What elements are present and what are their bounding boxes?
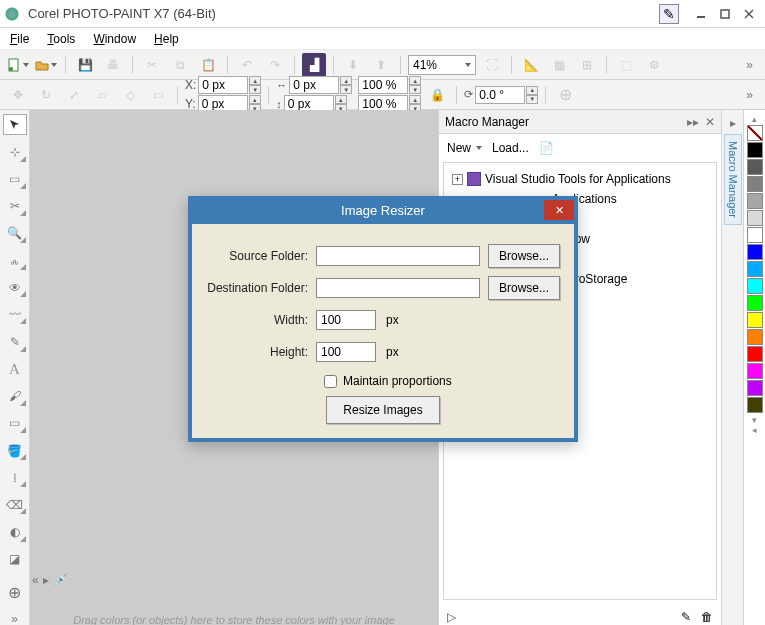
resize-images-button[interactable]: Resize Images [326,396,439,424]
color-swatch[interactable] [747,295,763,311]
color-swatch[interactable] [747,159,763,175]
undo-button[interactable]: ↶ [235,53,259,77]
close-button[interactable] [737,4,761,24]
macro-new-button[interactable]: New [447,141,471,155]
src-browse-button[interactable]: Browse... [488,244,560,268]
x-input[interactable] [198,76,248,94]
palette-up[interactable]: ▴ [752,114,757,124]
paint-tool[interactable]: 🖌 [3,386,27,407]
paste-button[interactable]: 📋 [196,53,220,77]
panel-header: Macro Manager ▸▸ ✕ [439,110,721,134]
macro-delete-button[interactable]: 🗑 [701,610,713,624]
panel-close-button[interactable]: ✕ [705,115,715,129]
doc-nav-play[interactable]: ▸ [43,573,49,587]
macro-run-button[interactable]: ▷ [447,610,456,624]
zoom-value: 41% [413,58,437,72]
macro-editor-icon[interactable]: 📄 [539,141,554,155]
macro-edit-button[interactable]: ✎ [681,610,691,624]
color-swatch[interactable] [747,193,763,209]
mask-tool[interactable]: ▭ [3,169,27,190]
snap-button[interactable]: ⬚ [614,53,638,77]
toolbar-overflow[interactable]: » [740,58,759,72]
dropshadow-tool[interactable]: ◪ [3,549,27,570]
zoom-tool[interactable]: 🔍 [3,223,27,244]
color-swatch[interactable] [747,312,763,328]
maintain-proportions-checkbox[interactable] [324,375,337,388]
lock-ratio-button[interactable]: 🔒 [425,83,449,107]
color-swatch[interactable] [747,278,763,294]
zoom-select[interactable]: 41% [408,55,476,75]
doc-nav-prev[interactable]: « [32,573,39,587]
color-swatch[interactable] [747,380,763,396]
effect-tool[interactable]: ✎ [3,331,27,352]
shape-tool[interactable]: ▭ [3,413,27,434]
pick-tool[interactable] [3,114,27,135]
add-button[interactable]: ⊕ [553,83,577,107]
dst-browse-button[interactable]: Browse... [488,276,560,300]
palette-down[interactable]: ▾ [752,415,757,425]
redeye-tool[interactable]: 👁 [3,277,27,298]
color-swatch[interactable] [747,329,763,345]
color-swatch[interactable] [747,397,763,413]
menu-window[interactable]: Window [93,32,136,46]
width-input[interactable] [316,310,376,330]
color-swatch[interactable] [747,363,763,379]
color-swatch[interactable] [747,346,763,362]
minimize-button[interactable] [689,4,713,24]
no-color-swatch[interactable] [747,125,763,141]
maximize-button[interactable] [713,4,737,24]
grid-button[interactable]: ▦ [547,53,571,77]
tree-expand-button[interactable]: + [452,174,463,185]
rotation-input[interactable] [475,86,525,104]
menu-tools[interactable]: Tools [47,32,75,46]
propbar-overflow[interactable]: » [740,88,759,102]
fill-tool[interactable]: 🪣 [3,440,27,461]
full-screen-button[interactable]: ⛶ [480,53,504,77]
options-button[interactable]: ⚙ [642,53,666,77]
macro-load-button[interactable]: Load... [492,141,529,155]
dialog-close-button[interactable]: ✕ [544,200,574,220]
copy-button[interactable]: ⧉ [168,53,192,77]
mask-rect-tool[interactable]: ⊹ [3,141,27,162]
color-swatch[interactable] [747,142,763,158]
palette-flyout[interactable]: ◂ [752,425,757,435]
cut-button[interactable]: ✂ [140,53,164,77]
distort-icon: ◇ [118,83,142,107]
sx-input[interactable] [358,76,408,94]
src-folder-input[interactable] [316,246,480,266]
save-button[interactable]: 💾 [73,53,97,77]
export-button[interactable]: ⬆ [369,53,393,77]
guides-button[interactable]: ⊞ [575,53,599,77]
text-tool[interactable]: A [3,359,27,380]
menu-help[interactable]: Help [154,32,179,46]
transparency-tool[interactable]: ◐ [3,521,27,542]
height-input[interactable] [316,342,376,362]
eyedropper-tool[interactable]: ⁞ [3,467,27,488]
color-swatch[interactable] [747,244,763,260]
eraser-tool[interactable]: ⌫ [3,494,27,515]
import-button[interactable]: ⬇ [341,53,365,77]
w-input[interactable] [289,76,339,94]
new-doc-button[interactable] [6,53,30,77]
color-swatch[interactable] [747,176,763,192]
clone-tool[interactable]: ஃ [3,250,27,271]
color-swatch[interactable] [747,261,763,277]
ruler-button[interactable]: 📐 [519,53,543,77]
svg-line-2 [745,10,753,18]
add-color-button[interactable]: ⊕ [3,582,27,603]
liquid-tool[interactable]: 〰 [3,304,27,325]
docker-tab-macro[interactable]: Macro Manager [724,134,742,225]
menu-file[interactable]: File [10,32,29,46]
launch-button[interactable]: ▟ [302,53,326,77]
crop-tool[interactable]: ✂ [3,196,27,217]
print-button[interactable]: 🖶 [101,53,125,77]
open-button[interactable] [34,53,58,77]
dialog-title-bar[interactable]: Image Resizer ✕ [188,196,578,224]
color-swatch[interactable] [747,210,763,226]
panel-collapse-button[interactable]: ▸▸ [687,115,699,129]
redo-button[interactable]: ↷ [263,53,287,77]
color-swatch[interactable] [747,227,763,243]
docker-tab-collapse[interactable]: ▸ [730,116,736,130]
toolbox-overflow[interactable]: » [3,609,27,625]
dst-folder-input[interactable] [316,278,480,298]
